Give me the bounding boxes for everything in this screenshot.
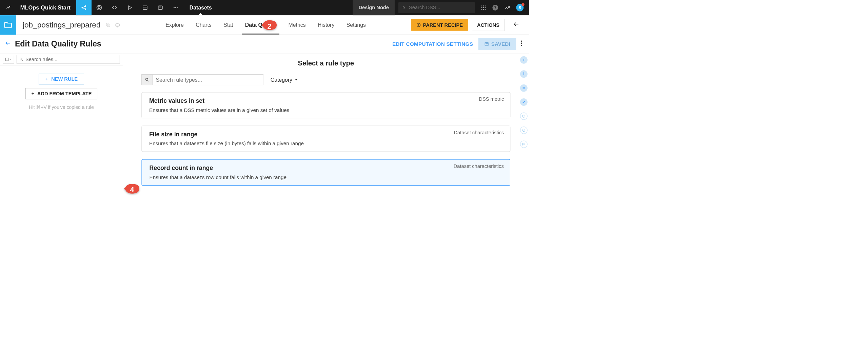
edit-computation-settings-link[interactable]: EDIT COMPUTATION SETTINGS [387,41,478,47]
rail-history-icon[interactable] [520,113,528,120]
dataset-name: job_postings_prepared [16,21,106,30]
svg-point-18 [483,9,484,10]
svg-point-12 [483,5,484,6]
new-rule-button[interactable]: NEW RULE [39,74,84,85]
rules-search-input[interactable] [25,56,117,62]
trend-icon[interactable] [504,4,510,11]
rail-check-icon[interactable] [520,98,528,106]
plus-icon [31,92,35,96]
card-desc: Ensures that a DSS metric values are in … [149,107,503,113]
svg-point-19 [485,9,486,10]
parent-recipe-button[interactable]: PARENT RECIPE [411,19,468,31]
design-node-label[interactable]: Design Node [353,0,395,15]
global-search[interactable] [398,2,475,13]
back-arrow-icon[interactable] [508,21,525,29]
svg-point-16 [485,7,486,8]
user-avatar[interactable]: S [516,4,524,12]
svg-point-8 [175,7,176,8]
svg-rect-5 [143,6,147,9]
flow-icon[interactable] [76,0,92,15]
svg-point-14 [481,7,482,8]
tab-settings[interactable]: Settings [347,15,366,35]
global-search-input[interactable] [409,5,471,11]
code-icon[interactable] [107,0,122,15]
kebab-icon[interactable] [516,40,526,48]
wiki-icon[interactable] [153,0,168,15]
svg-point-29 [521,40,522,42]
rail-add-icon[interactable]: + [520,56,528,64]
tab-charts[interactable]: Charts [196,15,212,35]
callout-2: 2 [261,19,278,33]
rule-type-search-input[interactable] [153,75,263,85]
svg-rect-23 [106,23,109,26]
svg-rect-32 [5,58,8,61]
rule-card-metric-values-in-set[interactable]: DSS metric Metric values in set Ensures … [141,92,510,118]
actions-button[interactable]: ACTIONS [472,19,505,31]
svg-point-7 [174,7,175,8]
apps-icon[interactable] [480,5,486,11]
tab-explore[interactable]: Explore [165,15,184,35]
category-dropdown[interactable]: Category [271,77,298,83]
svg-point-26 [418,24,419,25]
svg-point-34 [145,78,148,81]
tab-metrics[interactable]: Metrics [289,15,306,35]
top-bar: MLOps Quick Start Datasets Design Node ?… [0,0,529,15]
project-name[interactable]: MLOps Quick Start [16,0,76,15]
card-title: File size in range [149,131,503,138]
help-icon[interactable]: ? [492,4,498,11]
globe-icon[interactable] [115,22,120,28]
checkbox-icon [5,58,9,61]
more-icon[interactable] [168,0,183,15]
lifesaver-icon[interactable] [92,0,107,15]
dashboard-icon[interactable] [137,0,153,15]
save-icon [484,41,489,46]
svg-point-11 [481,5,482,6]
search-icon [142,75,153,85]
tab-statistics[interactable]: Stat [223,15,233,35]
rule-card-record-count-in-range[interactable]: Dataset characteristics Record count in … [141,159,510,186]
svg-point-17 [481,9,482,10]
sub-title: Edit Data Quality Rules [15,39,387,48]
search-icon [19,57,23,61]
chevron-down-icon [9,58,12,60]
svg-point-33 [20,58,22,60]
target-icon [416,23,421,27]
svg-point-3 [97,5,102,10]
card-desc: Ensures that a dataset's file size (in b… [149,140,503,147]
dataset-icon[interactable] [0,15,16,35]
copy-icon[interactable] [105,22,111,28]
select-all-checkbox[interactable] [3,55,14,64]
rules-search[interactable] [17,55,120,64]
copy-hint-text: Hit ⌘+V if you've copied a rule [29,102,94,110]
svg-point-4 [98,7,100,9]
card-title: Metric values in set [149,97,503,104]
section-datasets[interactable]: Datasets [183,0,218,15]
play-icon[interactable] [122,0,137,15]
svg-rect-22 [107,24,110,27]
rule-card-file-size-in-range[interactable]: Dataset characteristics File size in ran… [141,126,510,152]
card-tag: Dataset characteristics [454,130,504,135]
main-area: NEW RULE ADD FROM TEMPLATE Hit ⌘+V if yo… [0,53,529,212]
app-logo[interactable] [0,0,16,15]
svg-rect-27 [485,42,488,46]
rule-type-search[interactable] [141,74,263,85]
sub-back-arrow[interactable] [5,40,15,47]
select-rule-heading: Select a rule type [141,59,510,67]
chevron-down-icon [295,78,298,81]
card-tag: Dataset characteristics [454,163,504,169]
plus-icon [45,77,49,81]
svg-point-15 [483,7,484,8]
saved-button[interactable]: SAVED! [478,38,516,50]
rail-info-icon[interactable]: i [520,70,528,78]
rail-list-icon[interactable] [520,84,528,92]
svg-point-30 [521,42,522,44]
sub-header: Edit Data Quality Rules EDIT COMPUTATION… [0,35,529,53]
add-from-template-button[interactable]: ADD FROM TEMPLATE [25,88,97,99]
card-tag: DSS metric [479,96,504,102]
rules-sidebar: NEW RULE ADD FROM TEMPLATE Hit ⌘+V if yo… [0,53,123,212]
rail-clock-icon[interactable] [520,127,528,134]
svg-rect-28 [486,42,488,44]
rail-chat-icon[interactable] [520,140,528,148]
svg-point-31 [521,44,522,46]
tab-history[interactable]: History [318,15,334,35]
